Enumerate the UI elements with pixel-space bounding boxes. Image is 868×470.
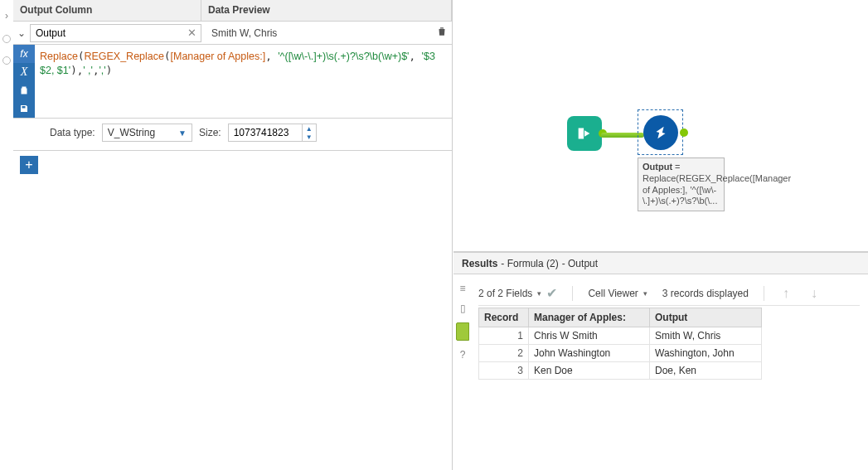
records-displayed-label: 3 records displayed	[662, 288, 749, 299]
table-row[interactable]: 3Ken DoeDoe, Ken	[479, 362, 762, 380]
check-icon: ✔	[546, 285, 557, 301]
clipboard-button[interactable]	[13, 81, 35, 99]
cell-source: Chris W Smith	[529, 327, 650, 345]
cell-source: John Washington	[529, 345, 650, 362]
datatype-dropdown[interactable]: V_WString ▼	[102, 124, 192, 142]
size-input[interactable]	[228, 124, 303, 142]
variables-button[interactable]: X	[13, 63, 35, 81]
table-row[interactable]: 1Chris W SmithSmith W, Chris	[479, 327, 762, 345]
output-column-header: Output Column	[13, 0, 201, 21]
preview-value	[206, 24, 427, 42]
cell-record: 3	[479, 362, 529, 380]
gutter-dot-icon	[2, 35, 11, 43]
config-header: Output Column Data Preview	[13, 0, 452, 22]
cell-output: Washington, John	[650, 345, 762, 362]
left-gutter	[0, 0, 13, 470]
spin-up-icon[interactable]: ▲	[303, 124, 316, 133]
datatype-bar: Data type: V_WString ▼ Size: ▲ ▼	[13, 119, 452, 151]
table-row[interactable]: 2John WashingtonWashington, John	[479, 345, 762, 362]
gutter-dot-icon	[2, 56, 11, 65]
size-label: Size:	[199, 127, 221, 138]
node-tooltip: Output = Replace(REGEX_Replace([Manager …	[638, 157, 725, 211]
results-panel: Results - Formula (2) - Output ≡ ▯ ? 2 o…	[453, 251, 868, 470]
datatype-label: Data type:	[50, 127, 95, 138]
cell-source: Ken Doe	[529, 362, 650, 380]
help-icon[interactable]: ?	[457, 349, 468, 361]
delete-output-button[interactable]	[432, 26, 452, 40]
collapse-formula-button[interactable]: ⌄	[13, 27, 30, 39]
results-toolbar: 2 of 2 Fields▾ ✔ Cell Viewer▾ 3 records …	[478, 281, 860, 306]
spin-down-icon[interactable]: ▼	[303, 133, 316, 141]
formula-editor[interactable]: Replace(REGEX_Replace([Manager of Apples…	[35, 45, 452, 118]
output-anchor-icon[interactable]	[680, 128, 688, 137]
save-formula-button[interactable]	[13, 99, 35, 118]
results-rail: ≡ ▯ ?	[453, 274, 472, 470]
cell-viewer-dropdown[interactable]: Cell Viewer▾	[588, 288, 647, 299]
fx-functions-button[interactable]: fx	[13, 45, 35, 63]
cell-output: Smith W, Chris	[650, 327, 762, 345]
add-output-button[interactable]: +	[20, 156, 38, 174]
col-output[interactable]: Output	[650, 308, 762, 327]
fields-selector[interactable]: 2 of 2 Fields▾ ✔	[478, 285, 557, 301]
cell-output: Doe, Ken	[650, 362, 762, 380]
workflow-canvas[interactable]: Output = Replace(REGEX_Replace([Manager …	[453, 0, 868, 251]
output-name-input[interactable]	[30, 24, 201, 42]
col-record[interactable]: Record	[479, 308, 529, 327]
results-grid[interactable]: Record Manager of Apples: Output 1Chris …	[478, 308, 762, 380]
chevron-down-icon: ▼	[178, 128, 187, 138]
output-row: ⌄ ✕	[13, 22, 452, 45]
column-view-icon[interactable]: ▯	[457, 303, 468, 314]
formula-block: fx X Replace(REGEX_Replace([Manager of A…	[13, 45, 452, 119]
data-view-icon[interactable]	[456, 322, 469, 341]
preview-column-header: Data Preview	[201, 0, 452, 21]
cell-record: 2	[479, 345, 529, 362]
size-spinner[interactable]: ▲ ▼	[303, 124, 317, 142]
next-page-button[interactable]: ↓	[807, 286, 821, 301]
cell-record: 1	[479, 327, 529, 345]
prev-page-button[interactable]: ↑	[779, 286, 793, 301]
results-header: Results - Formula (2) - Output	[453, 253, 868, 274]
input-tool-node[interactable]	[567, 116, 602, 151]
list-view-icon[interactable]: ≡	[457, 283, 468, 294]
expand-icon[interactable]	[5, 10, 8, 22]
formula-tool-node[interactable]	[638, 109, 683, 155]
config-panel: Output Column Data Preview ⌄ ✕ fx X	[0, 0, 453, 470]
clear-output-icon[interactable]: ✕	[185, 27, 198, 40]
col-source[interactable]: Manager of Apples:	[529, 308, 650, 327]
